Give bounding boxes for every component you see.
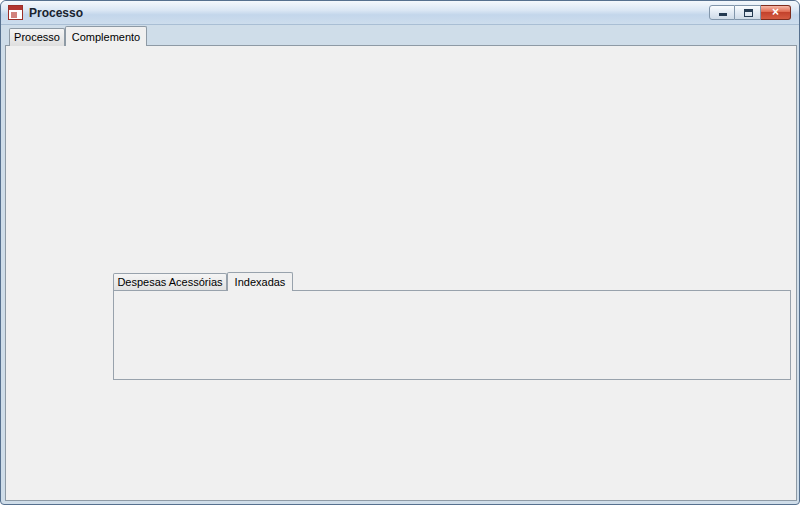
restore-icon <box>744 9 753 17</box>
close-button[interactable]: × <box>761 5 791 20</box>
restore-button[interactable] <box>735 5 761 20</box>
minimize-icon <box>719 13 727 16</box>
indexadas-panel <box>113 290 791 380</box>
app-icon <box>8 5 23 20</box>
tab-despesas-acessorias[interactable]: Despesas Acessórias <box>113 273 227 290</box>
tab-complemento[interactable]: Complemento <box>65 26 147 46</box>
window-title: Processo <box>29 6 83 20</box>
minimize-button[interactable] <box>709 5 735 20</box>
process-window: Processo × Processo Complemento Sequênci… <box>0 0 800 505</box>
title-bar[interactable]: Processo × <box>1 1 799 25</box>
tab-indexadas[interactable]: Indexadas <box>227 272 293 291</box>
tab-processo[interactable]: Processo <box>9 28 65 46</box>
